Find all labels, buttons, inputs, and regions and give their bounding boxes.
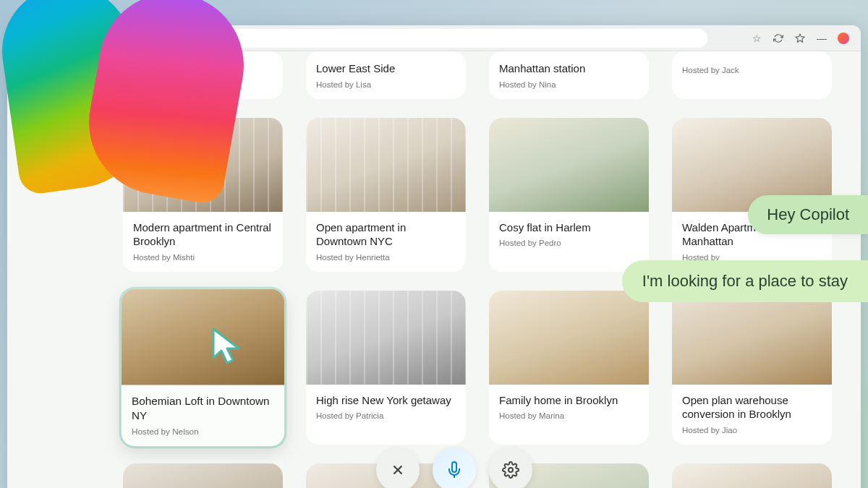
listing-card[interactable]: Family home in Brooklyn Hosted by Marina bbox=[489, 291, 649, 445]
listing-title: Modern apartment in Central Brooklyn bbox=[133, 221, 273, 249]
listing-host: Hosted by Mishti bbox=[133, 253, 273, 262]
listing-host: Hosted by Patricia bbox=[316, 411, 456, 420]
listing-card[interactable] bbox=[672, 463, 832, 489]
listing-image bbox=[306, 118, 466, 212]
listing-title: Cosy flat in Harlem bbox=[499, 221, 639, 235]
listing-image bbox=[306, 291, 466, 385]
listing-card[interactable]: High rise New York getaway Hosted by Pat… bbox=[306, 291, 466, 445]
listing-title: Open apartment in Downtown NYC bbox=[316, 221, 456, 249]
extensions-icon[interactable] bbox=[793, 31, 807, 46]
listing-title: Manhattan station bbox=[499, 61, 639, 76]
listing-host: Hosted by Jiao bbox=[682, 426, 822, 435]
listing-image bbox=[123, 463, 283, 489]
listing-host: Hosted by Nina bbox=[499, 80, 639, 89]
listing-image bbox=[672, 291, 832, 385]
listing-card[interactable]: Manhattan station Hosted by Nina bbox=[489, 51, 649, 99]
listing-card[interactable]: Lower East Side Hosted by Lisa bbox=[306, 51, 466, 99]
listing-card[interactable]: Walden Apartment in Manhattan Hosted by bbox=[672, 118, 832, 272]
listing-title: Family home in Brooklyn bbox=[499, 393, 639, 408]
listing-title: Open plan warehouse conversion in Brookl… bbox=[682, 393, 822, 421]
listing-title: High rise New York getaway bbox=[316, 393, 456, 408]
listing-title: Lower East Side bbox=[316, 61, 456, 76]
cursor-icon bbox=[210, 325, 246, 372]
mic-button[interactable] bbox=[433, 448, 476, 488]
listing-card[interactable] bbox=[123, 463, 283, 489]
favorite-icon[interactable]: ☆ bbox=[749, 31, 764, 46]
listing-host: Hosted by Jack bbox=[682, 66, 822, 74]
listing-host: Hosted by Pedro bbox=[499, 239, 639, 247]
listing-card-selected[interactable]: Bohemian Loft in Downtown NY Hosted by N… bbox=[122, 288, 284, 445]
listing-host: Hosted by Lisa bbox=[316, 80, 456, 89]
listing-card[interactable]: Open apartment in Downtown NYC Hosted by… bbox=[306, 118, 466, 272]
listing-image bbox=[489, 291, 649, 385]
listing-host: Hosted by Marina bbox=[499, 411, 639, 420]
listing-image bbox=[672, 463, 832, 489]
chat-bubble: Hey Copilot bbox=[748, 195, 868, 234]
chat-bubble: I'm looking for a place to stay bbox=[622, 260, 868, 302]
listing-host: Hosted by Nelson bbox=[132, 427, 274, 435]
profile-icon[interactable] bbox=[836, 31, 851, 46]
listing-host: Hosted by Henrietta bbox=[316, 253, 456, 262]
listing-card[interactable]: Cosy flat in Harlem Hosted by Pedro bbox=[489, 118, 649, 272]
svg-marker-0 bbox=[796, 34, 804, 42]
listing-card[interactable]: Open plan warehouse conversion in Brookl… bbox=[672, 291, 832, 445]
chat-text: I'm looking for a place to stay bbox=[642, 272, 848, 290]
listing-image bbox=[122, 288, 284, 385]
refresh-icon[interactable] bbox=[771, 31, 786, 46]
chat-text: Hey Copilot bbox=[767, 205, 849, 223]
svg-point-4 bbox=[509, 468, 513, 472]
minimize-icon[interactable]: — bbox=[814, 31, 829, 46]
close-button[interactable] bbox=[376, 448, 420, 488]
listing-image bbox=[489, 118, 649, 212]
settings-button[interactable] bbox=[489, 448, 532, 488]
listing-card[interactable]: Hosted by Jack bbox=[672, 51, 832, 99]
copilot-logo bbox=[0, 0, 260, 217]
listing-title: Bohemian Loft in Downtown NY bbox=[132, 393, 274, 422]
copilot-toolbar bbox=[376, 448, 532, 488]
